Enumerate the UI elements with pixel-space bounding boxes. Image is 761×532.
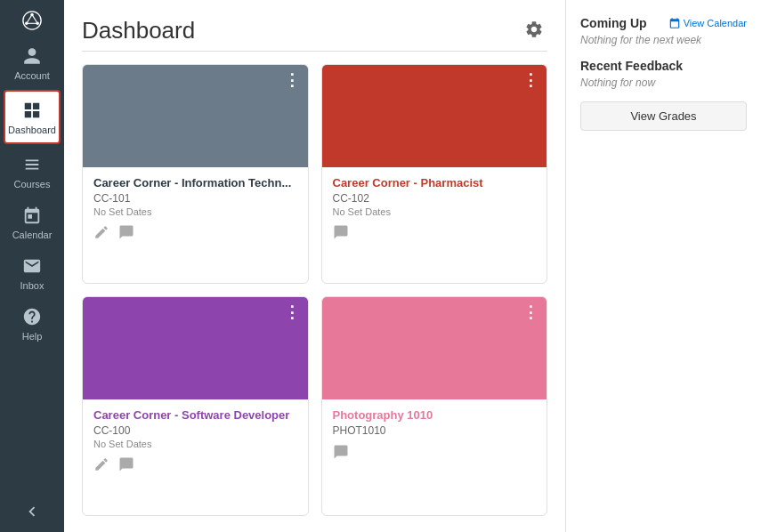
card-code-cc100: CC-100 [93,424,297,437]
account-icon [20,44,44,68]
course-card-cc101[interactable]: ⋮ Career Corner - Information Techn... C… [82,64,309,284]
courses-icon [20,153,44,176]
sidebar-item-help[interactable]: Help [0,298,64,349]
card-title-cc101: Career Corner - Information Techn... [93,176,297,189]
sidebar-item-account[interactable]: Account [0,37,64,88]
card-body-cc100: Career Corner - Software Developer CC-10… [83,399,308,515]
header-divider [82,51,547,52]
card-header-phot1010: ⋮ [322,297,547,399]
course-card-cc100[interactable]: ⋮ Career Corner - Software Developer CC-… [82,296,309,516]
recent-feedback-empty: Nothing for now [580,77,747,89]
card-title-cc100: Career Corner - Software Developer [93,408,297,422]
right-panel: Coming Up View Calendar Nothing for the … [565,0,761,532]
recent-feedback-title: Recent Feedback [580,59,747,73]
coming-up-header: Coming Up View Calendar [580,16,747,30]
card-menu-button-cc102[interactable]: ⋮ [522,72,539,88]
sidebar-collapse[interactable] [0,491,64,532]
gear-icon [524,20,544,39]
sidebar-item-calendar[interactable]: Calendar [0,197,64,247]
svg-line-6 [27,14,32,23]
card-menu-button-phot1010[interactable]: ⋮ [522,304,539,320]
edit-icon-cc100[interactable] [93,456,109,472]
chat-icon-phot1010[interactable] [333,444,349,460]
calendar-icon [20,204,44,227]
card-icons-cc102 [333,224,537,240]
card-body-cc101: Career Corner - Information Techn... CC-… [83,167,308,283]
card-header-cc101: ⋮ [83,65,308,167]
card-icons-cc101 [93,224,297,240]
page-title: Dashboard [82,17,195,44]
card-menu-button-cc101[interactable]: ⋮ [284,72,301,88]
card-menu-button-cc100[interactable]: ⋮ [284,304,301,320]
card-code-cc102: CC-102 [333,192,537,205]
course-grid: ⋮ Career Corner - Information Techn... C… [82,64,547,516]
course-card-cc102[interactable]: ⋮ Career Corner - Pharmacist CC-102 No S… [321,64,548,284]
edit-icon-cc101[interactable] [93,224,109,240]
calendar-small-icon [668,17,681,29]
main-header: Dashboard [82,16,547,45]
card-icons-phot1010 [333,444,537,460]
card-header-cc102: ⋮ [322,65,547,167]
card-icons-cc100 [93,456,297,472]
chat-icon-cc101[interactable] [118,224,134,240]
view-grades-button[interactable]: View Grades [580,101,747,131]
card-dates-cc102: No Set Dates [333,206,537,217]
inbox-icon [20,254,44,278]
svg-line-4 [32,14,37,23]
canvas-logo[interactable] [20,9,44,32]
sidebar: Account Dashboard Courses Calendar Inbox… [0,0,64,532]
card-dates-cc101: No Set Dates [93,206,297,217]
card-code-phot1010: PHOT1010 [333,424,537,437]
card-header-cc100: ⋮ [83,297,308,399]
help-icon [20,305,44,328]
dashboard-icon [20,99,44,122]
card-dates-cc100: No Set Dates [93,439,297,449]
chat-icon-cc100[interactable] [118,456,134,472]
sidebar-item-dashboard[interactable]: Dashboard [4,90,61,144]
view-calendar-button[interactable]: View Calendar [668,17,747,29]
course-card-phot1010[interactable]: ⋮ Photography 1010 PHOT1010 [321,296,548,516]
card-title-cc102: Career Corner - Pharmacist [333,176,537,189]
coming-up-empty: Nothing for the next week [580,34,747,46]
sidebar-item-inbox[interactable]: Inbox [0,247,64,298]
sidebar-item-courses[interactable]: Courses [0,146,64,197]
main-content: Dashboard ⋮ Career Corner - Information … [64,0,565,532]
card-body-phot1010: Photography 1010 PHOT1010 [322,399,547,515]
card-code-cc101: CC-101 [93,192,297,205]
chat-icon-cc102[interactable] [333,224,349,240]
coming-up-title: Coming Up [580,16,647,30]
settings-button[interactable] [521,16,547,45]
card-body-cc102: Career Corner - Pharmacist CC-102 No Set… [322,167,547,283]
card-title-phot1010: Photography 1010 [333,408,537,422]
